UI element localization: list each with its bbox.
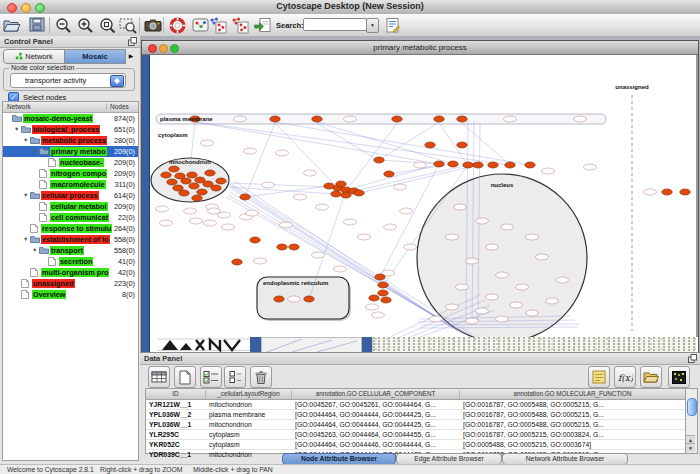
network-node-unselected[interactable] [501, 224, 514, 230]
network-node[interactable] [211, 185, 221, 191]
network-node-unselected[interactable] [486, 294, 499, 300]
network-node[interactable] [425, 142, 435, 148]
select-attributes-icon[interactable] [200, 366, 222, 388]
network-node[interactable] [680, 189, 690, 195]
network-node[interactable] [189, 183, 199, 189]
zoom-out-icon[interactable] [53, 15, 73, 35]
vizmapper-icon[interactable] [190, 15, 210, 35]
network-node-unselected[interactable] [201, 140, 214, 146]
network-node-unselected[interactable] [312, 252, 325, 258]
network-from-selection-nodes-icon[interactable] [208, 15, 228, 35]
tree-row[interactable]: ▼transport558(0) [3, 245, 138, 256]
expand-triangle-icon[interactable]: ▼ [23, 135, 30, 146]
network-node-unselected[interactable] [496, 272, 509, 278]
network-node[interactable] [312, 116, 322, 122]
network-canvas[interactable]: plasma membranecytoplasmmitochondrionnuc… [150, 55, 698, 337]
network-node-unselected[interactable] [304, 170, 317, 176]
network-node[interactable] [505, 162, 515, 168]
network-node[interactable] [232, 259, 242, 265]
network-node-unselected[interactable] [556, 277, 569, 283]
network-node[interactable] [331, 191, 341, 197]
network-node[interactable] [488, 162, 498, 168]
network-node-unselected[interactable] [366, 304, 379, 310]
network-node[interactable] [274, 296, 284, 302]
tab-overflow-arrow[interactable]: ▶ [126, 51, 136, 61]
network-node[interactable] [378, 282, 388, 288]
network-node-unselected[interactable] [404, 244, 417, 250]
tree-row[interactable]: multi-organism pro42(0) [3, 267, 138, 278]
network-node-unselected[interactable] [504, 116, 517, 122]
network-node-unselected[interactable] [574, 116, 587, 122]
network-node[interactable] [187, 172, 197, 178]
network-node-unselected[interactable] [344, 116, 357, 122]
search-dropdown-button[interactable]: ▼ [366, 18, 379, 33]
network-node[interactable] [381, 297, 391, 303]
expand-triangle-icon[interactable]: ▼ [23, 190, 30, 201]
network-node-unselected[interactable] [246, 210, 259, 216]
network-node[interactable] [341, 192, 351, 198]
network-node-unselected[interactable] [546, 298, 559, 304]
matrix-icon[interactable] [668, 366, 690, 388]
network-node-unselected[interactable] [160, 220, 173, 226]
tree-row[interactable]: cell communicat22(0) [3, 212, 138, 223]
network-node-unselected[interactable] [280, 222, 293, 228]
network-node-unselected[interactable] [156, 206, 169, 212]
network-node[interactable] [354, 190, 364, 196]
network-node[interactable] [525, 162, 535, 168]
scroll-down-button[interactable]: ▼ [686, 443, 695, 452]
network-node-unselected[interactable] [262, 182, 275, 188]
expand-triangle-icon[interactable]: ▼ [23, 234, 30, 245]
network-node-unselected[interactable] [542, 168, 555, 174]
network-node[interactable] [192, 195, 202, 201]
network-node-unselected[interactable] [486, 244, 499, 250]
table-row[interactable]: YKR052Ccytoplasm[GO:0044464, GO:0044446,… [146, 440, 686, 450]
tab-network[interactable]: Network [3, 49, 65, 64]
tree-row[interactable]: Overview8(0) [3, 289, 138, 300]
expand-triangle-icon[interactable]: ▼ [32, 245, 39, 256]
network-node[interactable] [369, 295, 379, 301]
table-row[interactable]: YPL036W__1mitochondrion[GO:0044464, GO:0… [146, 420, 686, 430]
tree-row[interactable]: ▼biological_process651(0) [3, 124, 138, 135]
network-node[interactable] [336, 181, 346, 187]
network-node-unselected[interactable] [476, 308, 489, 314]
network-node-unselected[interactable] [526, 310, 539, 316]
table-scrollbar[interactable]: ▲ ▼ [685, 388, 698, 454]
table-row[interactable]: YPL036W__2plasma membrane[GO:0044464, GO… [146, 410, 686, 420]
network-node-unselected[interactable] [384, 224, 397, 230]
network-node-unselected[interactable] [372, 312, 385, 318]
attribute-table-icon[interactable] [148, 366, 170, 388]
network-node[interactable] [304, 296, 314, 302]
network-node[interactable] [374, 157, 384, 163]
tree-row[interactable]: response to stimulu264(0) [3, 223, 138, 234]
import-attributes-icon[interactable] [640, 366, 662, 388]
network-node-unselected[interactable] [466, 258, 479, 264]
network-node[interactable] [457, 116, 467, 122]
notes-icon[interactable] [588, 366, 610, 388]
network-node[interactable] [197, 189, 207, 195]
network-node-unselected[interactable] [394, 184, 407, 190]
network-node[interactable] [448, 161, 458, 167]
new-attribute-icon[interactable] [174, 366, 196, 388]
search-input[interactable] [303, 18, 367, 31]
zoom-in-icon[interactable] [75, 15, 95, 35]
network-node-unselected[interactable] [334, 266, 347, 272]
network-node[interactable] [205, 170, 215, 176]
network-node-unselected[interactable] [344, 219, 357, 225]
tree-row[interactable]: secretion41(0) [3, 256, 138, 267]
network-node[interactable] [240, 194, 250, 200]
tree-row[interactable]: nucleobase-209(0) [3, 157, 138, 168]
network-node-unselected[interactable] [288, 296, 301, 302]
import-network-icon[interactable] [253, 15, 273, 35]
tree-row[interactable]: nitrogen compo209(0) [3, 168, 138, 179]
expand-triangle-icon[interactable]: ▼ [14, 124, 21, 135]
tree-row[interactable]: ▼establishment of lo558(0) [3, 234, 138, 245]
network-node-unselected[interactable] [476, 218, 489, 224]
network-node-unselected[interactable] [184, 208, 197, 214]
table-row[interactable]: YJR121W__1mitochondrion[GO:0045267, GO:0… [146, 400, 686, 410]
expand-triangle-icon[interactable]: ▼ [32, 146, 39, 157]
snapshot-icon[interactable] [143, 15, 163, 35]
network-window-titlebar[interactable]: primary metabolic process [142, 41, 698, 55]
network-node-unselected[interactable] [510, 302, 523, 308]
network-node[interactable] [463, 162, 473, 168]
network-node[interactable] [384, 171, 394, 177]
